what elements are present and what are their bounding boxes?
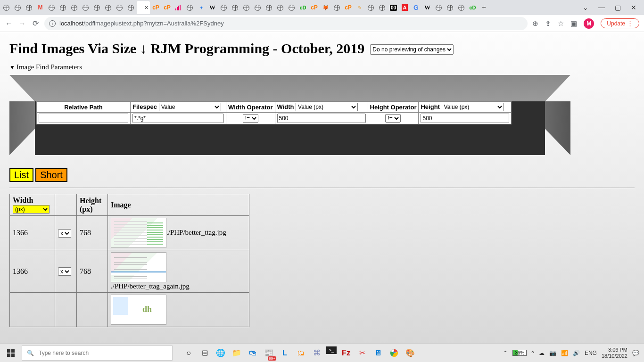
tab[interactable] [24,1,34,14]
tab[interactable]: ✦ [196,1,206,14]
side-panel-icon[interactable]: ▣ [570,19,577,28]
meet-now-icon[interactable]: 📷 [549,350,556,356]
tab[interactable]: W [207,1,218,14]
task-app-icon[interactable]: L [278,346,291,360]
clock[interactable]: 3:06 PM 18/10/2022 [602,347,627,358]
tab[interactable] [69,1,80,14]
close-icon[interactable]: ✕ [144,5,149,11]
wifi-icon[interactable]: 📶 [561,350,568,356]
task-cortana-icon[interactable]: ○ [182,346,195,360]
battery-status[interactable]: 36% [512,350,527,356]
tab[interactable]: 00 [388,1,399,14]
width-select[interactable]: Value (px) [296,103,358,111]
parameters-disclosure[interactable]: Image Find Parameters [9,63,635,71]
tray-overflow-icon[interactable]: ⌃ [503,350,508,356]
zoom-icon[interactable]: ⊕ [532,19,538,28]
task-news-icon[interactable]: 📰 [262,346,275,360]
url-input[interactable]: i localhost/pdfimageplustext.php?mytzn=A… [44,17,528,30]
preview-mode-select[interactable]: Do no previewing of changes [370,44,454,55]
thumbnail[interactable] [111,252,166,282]
height-input[interactable] [421,114,509,123]
tab[interactable]: cP [343,1,354,14]
tab[interactable] [173,1,184,14]
minimize-icon[interactable]: — [598,4,605,11]
filespec-input[interactable] [132,114,224,123]
tab[interactable] [365,1,376,14]
tab[interactable]: cP [150,1,161,14]
task-edge-icon[interactable]: 🌐 [214,346,227,360]
tab[interactable] [331,1,342,14]
task-snip-icon[interactable]: ✂ [355,346,369,360]
task-monitor-icon[interactable]: 🖥 [372,346,385,360]
site-info-icon[interactable]: i [49,20,56,27]
tab[interactable]: cD [297,1,308,14]
relpath-input[interactable] [39,114,128,123]
widthop-select[interactable]: != [243,114,258,123]
width-unit-select[interactable]: (px) [13,205,50,214]
heightop-select[interactable]: != [385,114,401,123]
filespec-select[interactable]: Value [159,103,221,111]
task-view-icon[interactable]: ⊟ [198,346,211,360]
tab[interactable] [91,1,102,14]
task-paint-icon[interactable]: 🎨 [404,346,417,360]
task-explorer-icon[interactable]: 📁 [230,346,243,360]
tab[interactable] [80,1,91,14]
tab[interactable] [456,1,467,14]
task-php-icon[interactable]: ⌘ [310,346,323,360]
tab[interactable] [275,1,286,14]
tab[interactable] [12,1,23,14]
update-button[interactable]: Update [601,18,639,28]
task-terminal-icon[interactable]: >_ [326,346,337,354]
maximize-icon[interactable]: ▢ [614,4,621,12]
new-tab-button[interactable]: + [479,1,489,14]
tab[interactable] [218,1,229,14]
task-chrome-icon[interactable] [388,346,401,360]
tab[interactable] [433,1,444,14]
tab[interactable] [252,1,263,14]
tab[interactable]: M [35,1,46,14]
volume-icon[interactable]: 🔊 [573,350,580,356]
task-app-icon[interactable]: 🗂 [294,346,307,360]
tab[interactable] [58,1,68,14]
tab[interactable] [264,1,274,14]
task-filezilla-icon[interactable]: Fz [339,346,353,360]
dimension-select[interactable]: x [58,229,71,238]
share-icon[interactable]: ⇪ [545,19,551,28]
thumbnail[interactable] [111,295,166,325]
reload-icon[interactable]: ⟳ [31,19,40,28]
tab-overflow-icon[interactable]: ⌄ [582,4,589,12]
down-arrow-icon[interactable]: ↓ [140,41,147,56]
tab[interactable] [184,1,195,14]
tab[interactable]: cP [162,1,173,14]
tab[interactable]: 🦊 [320,1,331,14]
bookmark-icon[interactable]: ☆ [558,19,564,28]
notifications-icon[interactable]: 💬 [632,350,639,356]
tab[interactable]: A [399,1,410,14]
task-store-icon[interactable]: 🛍 [246,346,259,360]
tab[interactable] [114,1,125,14]
language-indicator[interactable]: ENG [585,350,597,356]
tab[interactable]: W [422,1,433,14]
thumbnail[interactable] [111,218,166,248]
tab[interactable] [125,1,136,14]
forward-icon[interactable]: → [18,19,26,28]
tab[interactable] [286,1,297,14]
height-select[interactable]: Value (px) [442,103,504,111]
tab[interactable]: G [411,1,421,14]
image-path[interactable]: ./PHP/better_ttag_again.jpg [111,282,246,290]
back-icon[interactable]: ← [5,19,13,28]
list-button[interactable]: List [9,168,33,182]
onedrive-icon[interactable]: ☁ [539,350,545,356]
close-window-icon[interactable]: ✕ [630,4,637,12]
taskbar-search[interactable]: 🔍 Type here to search [22,346,173,361]
short-button[interactable]: Short [35,168,67,182]
tab[interactable]: cD [467,1,478,14]
image-path[interactable]: ./PHP/better_ttag.jpg [166,229,226,236]
tab[interactable] [377,1,388,14]
tab-active[interactable]: ✕ [137,1,150,14]
tab[interactable] [241,1,252,14]
tab[interactable] [103,1,114,14]
tab[interactable] [46,1,57,14]
tab[interactable] [445,1,455,14]
tab[interactable]: ✎ [354,1,365,14]
